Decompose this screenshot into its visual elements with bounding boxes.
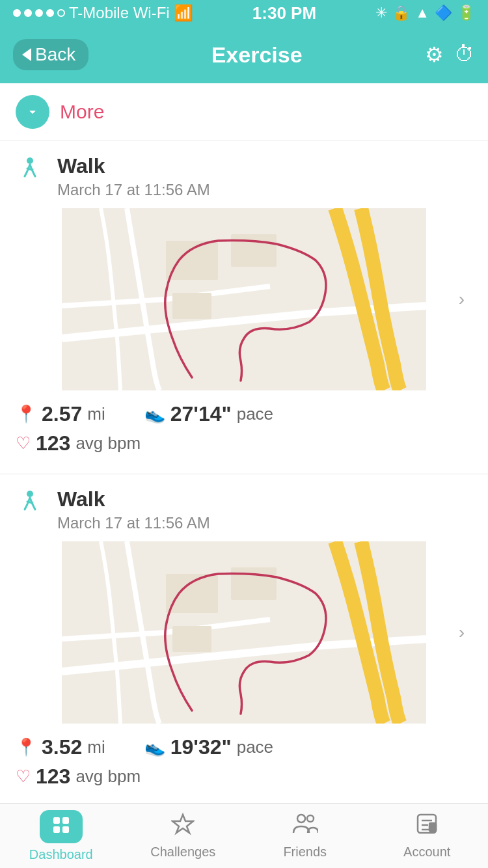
exercise-date-2: March 17 at 11:56 AM <box>57 514 210 532</box>
dot-3 <box>35 9 43 17</box>
distance-unit-2: mi <box>87 737 105 757</box>
map-chevron-1: › <box>459 289 465 310</box>
svg-rect-9 <box>172 626 211 652</box>
pace-value-1: 27'14" <box>170 402 232 426</box>
pace-unit-1: pace <box>237 404 273 424</box>
location-icon: ▲ <box>415 5 429 21</box>
dashboard-icon-bg <box>40 810 83 843</box>
map-2[interactable]: › <box>16 541 472 724</box>
shoe-icon-2: 👟 <box>144 737 165 757</box>
dot-4 <box>46 9 54 17</box>
battery-icon: 🔋 <box>457 5 475 21</box>
status-right: ✳ 🔒 ▲ 🔷 🔋 <box>375 5 475 21</box>
svg-rect-2 <box>166 241 218 280</box>
friends-icon <box>292 812 318 841</box>
tab-dashboard[interactable]: Dashboard <box>0 804 122 868</box>
exercise-item-2: Walk March 17 at 11:56 AM › 📍 3.52 mi 👟 <box>0 474 488 807</box>
svg-rect-8 <box>231 567 277 600</box>
back-arrow-icon <box>22 48 31 61</box>
tab-challenges-label: Challenges <box>150 845 215 860</box>
map-1[interactable]: › <box>16 208 472 390</box>
heart-icon-1: ♡ <box>16 433 31 454</box>
distance-stat-1: 📍 2.57 mi <box>16 402 105 426</box>
svg-point-16 <box>297 815 305 822</box>
stats-row-1b: ♡ 123 avg bpm <box>16 431 472 455</box>
svg-rect-7 <box>166 574 218 613</box>
more-label: More <box>60 101 104 123</box>
tab-account-label: Account <box>403 845 450 860</box>
timer-icon[interactable]: ⏱ <box>454 42 475 67</box>
back-button[interactable]: Back <box>13 39 88 70</box>
nav-icons: ⚙ ⏱ <box>425 42 475 67</box>
account-icon <box>415 812 439 841</box>
svg-point-5 <box>27 491 33 497</box>
svg-rect-4 <box>172 293 211 319</box>
svg-rect-11 <box>53 817 60 824</box>
exercise-date-1: March 17 at 11:56 AM <box>57 181 210 199</box>
tab-friends-label: Friends <box>283 845 327 860</box>
pace-unit-2: pace <box>237 737 273 757</box>
tab-account[interactable]: Account <box>366 804 489 868</box>
pace-stat-1: 👟 27'14" pace <box>144 402 273 426</box>
tab-dashboard-label: Dashboard <box>29 847 93 862</box>
heartrate-unit-2: avg bpm <box>75 766 141 787</box>
stats-row-2a: 📍 3.52 mi 👟 19'32" pace <box>16 735 472 759</box>
heartrate-value-1: 123 <box>36 431 70 455</box>
stats-row-1a: 📍 2.57 mi 👟 27'14" pace <box>16 402 472 426</box>
svg-rect-12 <box>62 817 69 824</box>
dot-2 <box>24 9 32 17</box>
svg-rect-14 <box>62 826 69 833</box>
heartrate-stat-2: ♡ 123 avg bpm <box>16 765 141 789</box>
status-time: 1:30 PM <box>252 3 316 23</box>
map-chevron-2: › <box>459 622 465 643</box>
stats-row-2b: ♡ 123 avg bpm <box>16 765 472 789</box>
exercise-info-2: Walk March 17 at 11:56 AM <box>57 487 210 532</box>
exercise-type-1: Walk <box>57 154 210 178</box>
pace-stat-2: 👟 19'32" pace <box>144 735 273 759</box>
svg-rect-13 <box>53 826 60 833</box>
svg-rect-3 <box>231 234 277 267</box>
exercise-header-1: Walk March 17 at 11:56 AM <box>16 154 472 199</box>
wifi-icon: 📶 <box>174 4 193 22</box>
svg-point-17 <box>307 815 314 822</box>
distance-value-1: 2.57 <box>42 402 82 426</box>
exercise-item-1: Walk March 17 at 11:56 AM › 📍 2 <box>0 141 488 474</box>
tab-bar: Dashboard Challenges Friends <box>0 803 488 868</box>
bluetooth-icon: 🔷 <box>435 5 452 21</box>
svg-marker-15 <box>172 815 193 833</box>
status-bar: T-Mobile Wi-Fi 📶 1:30 PM ✳ 🔒 ▲ 🔷 🔋 <box>0 0 488 26</box>
svg-point-0 <box>27 157 33 164</box>
heartrate-stat-1: ♡ 123 avg bpm <box>16 431 141 455</box>
more-row[interactable]: More <box>0 83 488 141</box>
heartrate-unit-1: avg bpm <box>75 433 141 454</box>
walk-icon-1 <box>16 156 44 191</box>
challenges-icon <box>171 812 195 841</box>
page-title: Exercise <box>211 42 303 68</box>
signal-dots <box>13 9 65 17</box>
carrier-label: T-Mobile Wi-Fi <box>69 4 170 22</box>
svg-rect-22 <box>429 823 436 832</box>
settings-icon[interactable]: ⚙ <box>425 42 444 67</box>
nav-bar: Back Exercise ⚙ ⏱ <box>0 26 488 83</box>
pin-icon-2: 📍 <box>16 737 36 757</box>
distance-stat-2: 📍 3.52 mi <box>16 735 105 759</box>
status-left: T-Mobile Wi-Fi 📶 <box>13 4 193 22</box>
distance-unit-1: mi <box>87 404 105 424</box>
dot-1 <box>13 9 21 17</box>
tab-challenges[interactable]: Challenges <box>122 804 245 868</box>
distance-value-2: 3.52 <box>42 735 82 759</box>
pin-icon-1: 📍 <box>16 404 36 424</box>
heartrate-value-2: 123 <box>36 765 70 789</box>
pace-value-2: 19'32" <box>170 735 232 759</box>
exercise-header-2: Walk March 17 at 11:56 AM <box>16 487 472 532</box>
walk-icon-2 <box>16 489 44 524</box>
exercise-type-2: Walk <box>57 487 210 511</box>
exercise-info-1: Walk March 17 at 11:56 AM <box>57 154 210 199</box>
brightness-icon: ✳ <box>375 5 387 21</box>
more-chevron-icon <box>16 95 49 129</box>
back-label: Back <box>35 44 75 65</box>
tab-friends[interactable]: Friends <box>244 804 366 868</box>
shoe-icon-1: 👟 <box>144 404 165 424</box>
dot-5 <box>57 9 65 17</box>
heart-icon-2: ♡ <box>16 766 31 787</box>
